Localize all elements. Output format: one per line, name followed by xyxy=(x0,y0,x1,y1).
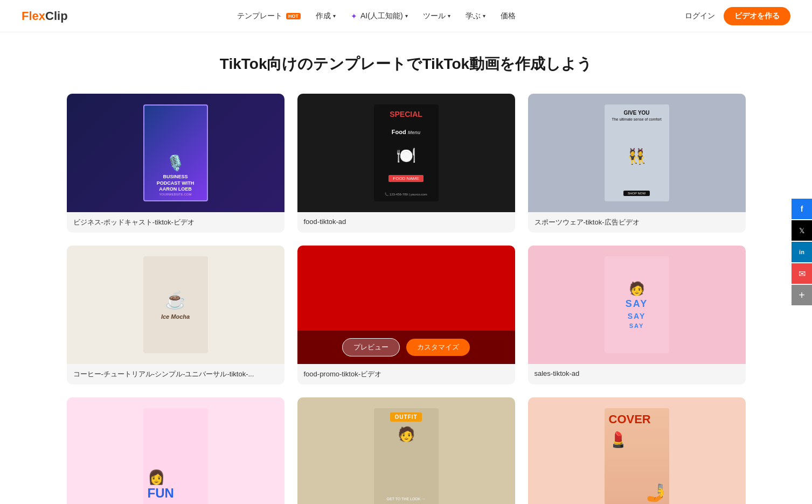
main-content: TikTok向けのテンプレートでTikTok動画を作成しよう 🎙️ BUSINE… xyxy=(56,32,757,504)
nav-center: テンプレート HOT 作成 ▾ ✦ AI(人工知能) ▾ ツール ▾ 学ぶ ▾ … xyxy=(237,11,516,21)
card-label: food-promo-tiktok-ビデオ xyxy=(297,364,515,384)
preview-button[interactable]: プレビュー xyxy=(342,490,400,504)
plus-icon: + xyxy=(799,289,805,302)
preview-button[interactable]: プレビュー xyxy=(573,490,630,504)
template-card[interactable]: SPECIAL Food Menu 🍽️ FOOD NAME 📞 123-456… xyxy=(297,94,515,233)
customize-button[interactable]: カスタマイズ xyxy=(406,491,470,504)
create-video-button[interactable]: ビデオを作る xyxy=(724,7,790,25)
card-label: food-tiktok-ad xyxy=(297,212,515,231)
customize-button[interactable]: カスタマイズ xyxy=(406,339,470,356)
card-thumbnail: 🧑 SAY SAY SAY プレビュー カスタマイズ xyxy=(528,246,746,364)
email-share-button[interactable]: ✉ xyxy=(792,263,812,284)
chevron-down-icon: ▾ xyxy=(448,13,450,19)
preview-button[interactable]: プレビュー xyxy=(573,338,630,356)
ai-star-icon: ✦ xyxy=(351,12,357,20)
template-card[interactable]: 👩 FUN プレビュー カスタマイズ xyxy=(67,397,284,504)
customize-button[interactable]: カスタマイズ xyxy=(637,491,700,504)
nav-learn[interactable]: 学ぶ ▾ xyxy=(466,11,485,21)
preview-button[interactable]: プレビュー xyxy=(342,338,400,356)
template-card[interactable]: ☕ Ice Mocha プレビュー カスタマイズ コーヒー-チュートリアル-シン… xyxy=(67,246,284,384)
preview-button[interactable]: プレビュー xyxy=(573,186,630,205)
people-icon: 👯 xyxy=(627,148,646,165)
card-thumbnail: GIVE YOUThe ultimate sense of comfort 👯 … xyxy=(528,94,746,212)
customize-button[interactable]: カスタマイズ xyxy=(176,339,239,356)
card-thumbnail: OUTFIT 🧑 GET TO THE LOOK → プレビュー カスタマイズ xyxy=(297,397,515,504)
chevron-down-icon: ▾ xyxy=(483,13,485,19)
template-grid: 🎙️ BUSINESSPODCAST WITHAARON LOEB YOURWE… xyxy=(67,94,746,504)
card-thumbnail: 🎙️ BUSINESSPODCAST WITHAARON LOEB YOURWE… xyxy=(67,94,284,212)
mic-icon: 🎙️ xyxy=(166,154,185,172)
card-label: ビジネス-ポッドキャスト-tiktok-ビデオ xyxy=(67,212,284,233)
nav-tools[interactable]: ツール ▾ xyxy=(423,11,450,21)
person-icon: 🧑 xyxy=(398,426,415,443)
template-card[interactable]: 🧑 SAY SAY SAY プレビュー カスタマイズ sales-tiktok-… xyxy=(528,246,746,384)
email-icon: ✉ xyxy=(799,269,806,279)
twitter-share-button[interactable]: 𝕏 xyxy=(792,220,812,241)
hot-badge: HOT xyxy=(286,13,301,19)
card-overlay: プレビュー カスタマイズ xyxy=(297,331,515,364)
person-icon: 💄 xyxy=(609,431,628,449)
login-button[interactable]: ログイン xyxy=(685,11,715,21)
customize-button[interactable]: カスタマイズ xyxy=(637,339,700,356)
template-card[interactable]: GIVE YOUThe ultimate sense of comfort 👯 … xyxy=(528,94,746,233)
linkedin-icon: in xyxy=(799,249,804,255)
nav-create[interactable]: 作成 ▾ xyxy=(316,11,336,21)
facebook-icon: f xyxy=(801,205,803,213)
customize-button[interactable]: カスタマイズ xyxy=(637,187,700,204)
customize-button[interactable]: カスタマイズ xyxy=(176,187,239,204)
template-card[interactable]: OUTFIT 🧑 GET TO THE LOOK → プレビュー カスタマイズ xyxy=(297,397,515,504)
card-thumbnail: SPECIAL Food Menu 🍽️ FOOD NAME 📞 123-456… xyxy=(297,94,515,212)
coffee-icon: ☕ xyxy=(165,290,186,310)
food-icon: 🍽️ xyxy=(396,146,416,165)
nav-ai[interactable]: ✦ AI(人工知能) ▾ xyxy=(351,11,408,21)
card-label: コーヒー-チュートリアル-シンプル-ユニバーサル-tiktok-... xyxy=(67,364,284,384)
chevron-down-icon: ▾ xyxy=(405,13,408,19)
person-icon: 🧑 xyxy=(629,281,645,296)
nav-right: ログイン ビデオを作る xyxy=(685,7,790,25)
nav-price[interactable]: 価格 xyxy=(501,11,516,21)
logo[interactable]: FlexClip xyxy=(22,9,68,23)
card-thumbnail: 👩 FUN プレビュー カスタマイズ xyxy=(67,397,284,504)
facebook-share-button[interactable]: f xyxy=(792,199,812,219)
more-share-button[interactable]: + xyxy=(792,285,812,305)
template-card[interactable]: COVER 💄 🤳 プレビュー カスタマイズ xyxy=(528,397,746,504)
card-label: スポーツウェア-tiktok-広告ビデオ xyxy=(528,212,746,233)
card-label: sales-tiktok-ad xyxy=(528,364,746,383)
twitter-icon: 𝕏 xyxy=(799,227,804,235)
card-thumbnail: COVER 💄 🤳 プレビュー カスタマイズ xyxy=(528,397,746,504)
preview-button[interactable]: プレビュー xyxy=(112,490,169,504)
navbar: FlexClip テンプレート HOT 作成 ▾ ✦ AI(人工知能) ▾ ツー… xyxy=(0,0,812,32)
linkedin-share-button[interactable]: in xyxy=(792,242,812,262)
template-card[interactable]: プレビュー カスタマイズ food-promo-tiktok-ビデオ xyxy=(297,246,515,384)
template-card[interactable]: 🎙️ BUSINESSPODCAST WITHAARON LOEB YOURWE… xyxy=(67,94,284,233)
chevron-down-icon: ▾ xyxy=(333,13,336,19)
page-title: TikTok向けのテンプレートでTikTok動画を作成しよう xyxy=(67,54,746,74)
card-thumbnail: プレビュー カスタマイズ xyxy=(297,246,515,364)
customize-button[interactable]: カスタマイズ xyxy=(176,491,239,504)
preview-button[interactable]: プレビュー xyxy=(342,186,400,205)
preview-button[interactable]: プレビュー xyxy=(112,186,169,205)
customize-button[interactable]: カスタマイズ xyxy=(406,187,470,204)
card-thumbnail: ☕ Ice Mocha プレビュー カスタマイズ xyxy=(67,246,284,364)
nav-templates[interactable]: テンプレート HOT xyxy=(237,11,301,21)
preview-button[interactable]: プレビュー xyxy=(112,338,169,356)
social-sidebar: f 𝕏 in ✉ + xyxy=(792,199,812,305)
